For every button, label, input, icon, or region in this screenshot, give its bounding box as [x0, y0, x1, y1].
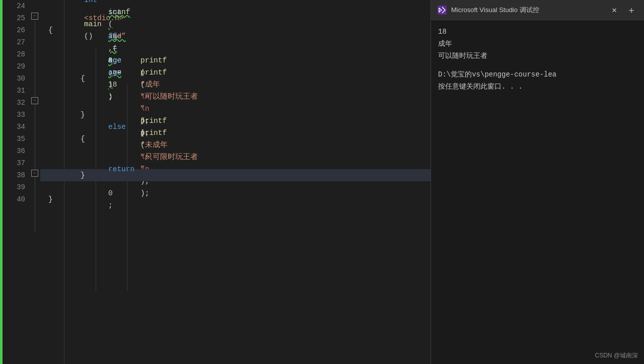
line-num-30: 30: [3, 72, 25, 85]
line-num-24: 24: [3, 0, 25, 12]
collapse-btn-29[interactable]: −: [31, 97, 38, 104]
terminal-add-button[interactable]: ＋: [625, 2, 638, 18]
line-num-29: 29: [3, 60, 25, 72]
collapse-column: − − −: [30, 0, 40, 364]
terminal-content: 18 成年 可以随时玩王者 D:\觉宝的vs\pengge-course-lea…: [431, 20, 644, 364]
terminal-output-line-1: 18: [438, 26, 637, 38]
terminal-close-button[interactable]: ✕: [610, 3, 619, 17]
terminal-title: Microsoft Visual Studio 调试控: [451, 6, 606, 15]
guide-else: [35, 182, 35, 232]
terminal-output-line-4: [438, 62, 637, 69]
line-num-31: 31: [3, 85, 25, 97]
watermark: CSDN @城南深: [595, 351, 638, 360]
line-num-40: 40: [3, 193, 25, 205]
line-num-32: 32: [3, 97, 25, 109]
line-num-33: 33: [3, 109, 25, 121]
line-numbers: 24 25 26 27 28 29 30 31 32 33 34 35 36 3…: [3, 0, 30, 364]
line-num-25: 25: [3, 12, 25, 24]
code-line-40: }: [40, 193, 431, 205]
terminal-panel: Microsoft Visual Studio 调试控 ✕ ＋ 18 成年 可以…: [431, 0, 644, 364]
line-num-28: 28: [3, 48, 25, 60]
line-num-36: 36: [3, 145, 25, 157]
code-lines: #include <stdio.h> int main () {: [40, 0, 431, 364]
terminal-output-line-3: 可以随时玩王者: [438, 50, 637, 62]
code-editor: 24 25 26 27 28 29 30 31 32 33 34 35 36 3…: [0, 0, 431, 364]
line-num-35: 35: [3, 133, 25, 145]
collapse-btn-34[interactable]: −: [31, 170, 38, 177]
terminal-icon: [437, 5, 447, 15]
terminal-output-line-2: 成年: [438, 38, 637, 50]
line-num-38: 38: [3, 169, 25, 181]
terminal-header: Microsoft Visual Studio 调试控 ✕ ＋: [431, 0, 644, 20]
line-num-39: 39: [3, 181, 25, 193]
line-num-27: 27: [3, 36, 25, 48]
line-num-26: 26: [3, 24, 25, 36]
terminal-output-line-6: 按任意键关闭此窗口. . .: [438, 81, 637, 93]
terminal-output-line-5: D:\觉宝的vs\pengge-course-lea: [438, 69, 637, 81]
line-num-37: 37: [3, 157, 25, 169]
collapse-btn-25[interactable]: −: [31, 13, 38, 20]
code-line-39: return 0 ;: [40, 181, 431, 193]
guide-if: [35, 109, 35, 160]
line-num-34: 34: [3, 121, 25, 133]
